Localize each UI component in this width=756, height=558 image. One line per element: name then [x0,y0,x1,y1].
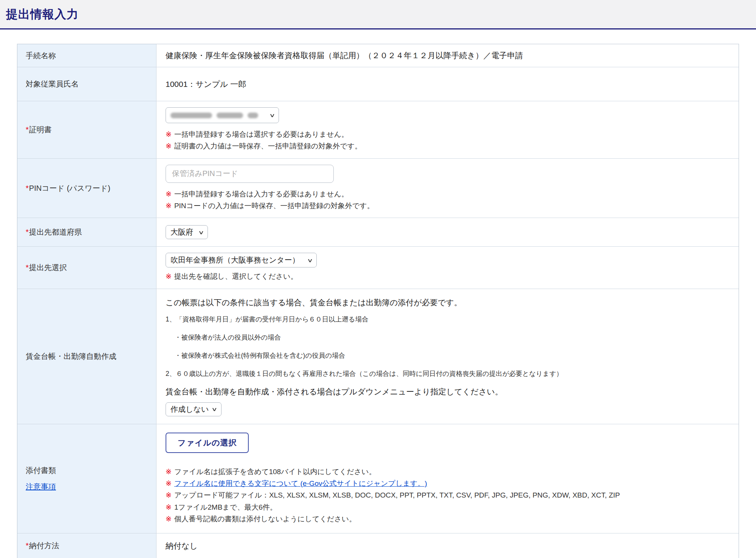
attachments-label-cell: 添付書類 注意事項 [17,424,156,533]
row-attachments: 添付書類 注意事項 ファイルの選択 ※ ファイル名は拡張子を含めて108バイト以… [17,424,739,533]
attachments-label: 添付書類 [26,465,56,476]
note-marker-icon: ※ [166,140,172,152]
office-select-value-cell: 吹田年金事務所（大阪事務センター） ∨ ※ 提出先を確認し、選択してください。 [156,247,739,288]
chevron-down-icon: ∨ [211,406,217,412]
note-line: ※ ファイル名に使用できる文字について (e-Gov公式サイトにジャンプします。… [166,478,620,489]
pin-code-value-cell: ※ 一括申請登録する場合は入力する必要はありません。 ※ PINコードの入力値は… [156,159,739,218]
submission-form-table: 手続名称 健康保険・厚生年金保険被保険者資格取得届（単記用）（２０２４年１２月以… [17,44,739,558]
employee-name-value: 10001：サンプル 一郎 [166,79,246,90]
attachments-value-cell: ファイルの選択 ※ ファイル名は拡張子を含めて108バイト以内にしてください。 … [156,424,739,533]
pin-code-label: * PINコード (パスワード) [17,159,156,218]
required-asterisk: * [26,228,29,236]
payment-method-value: 納付なし [166,541,198,551]
procedure-name-label: 手続名称 [17,44,156,67]
row-prefecture: * 提出先都道府県 大阪府 ∨ [17,218,739,246]
office-select-notes: ※ 提出先を確認し、選択してください。 [166,270,297,282]
wage-ledger-label: 賃金台帳・出勤簿自動作成 [17,289,156,424]
note-line: ※ 証明書の入力値は一時保存、一括申請登録の対象外です。 [166,140,362,152]
note-line: ※ アップロード可能ファイル：XLS, XLSX, XLSM, XLSB, DO… [166,489,620,501]
employee-name-value-cell: 10001：サンプル 一郎 [156,67,739,101]
wage-ledger-subcondition: ・被保険者が株式会社(特例有限会社を含む)の役員の場合 [175,351,345,360]
certificate-value-cell: ∨ ※ 一括申請登録する場合は選択する必要はありません。 ※ 証明書の入力値は一… [156,101,739,158]
note-marker-icon: ※ [166,128,172,140]
note-marker-icon: ※ [166,270,172,282]
note-line: ※ ファイル名は拡張子を含めて108バイト以内にしてください。 [166,466,620,478]
payment-method-label: * 納付方法 [17,533,156,558]
row-payment-method: * 納付方法 納付なし [17,533,739,558]
required-asterisk: * [26,125,29,134]
note-line: ※ 一括申請登録する場合は選択する必要はありません。 [166,128,362,140]
prefecture-selected-value: 大阪府 [170,227,193,237]
office-selected-value: 吹田年金事務所（大阪事務センター） [170,255,299,265]
wage-ledger-selected-value: 作成しない [170,404,209,414]
procedure-name-value-cell: 健康保険・厚生年金保険被保険者資格取得届（単記用）（２０２４年１２月以降手続き）… [156,44,739,67]
employee-name-label: 対象従業員氏名 [17,67,156,101]
office-select[interactable]: 吹田年金事務所（大阪事務センター） ∨ [166,253,317,267]
note-line: ※ 提出先を確認し、選択してください。 [166,270,297,282]
page-header: 提出情報入力 [0,0,756,29]
pin-code-notes: ※ 一括申請登録する場合は入力する必要はありません。 ※ PINコードの入力値は… [166,188,374,212]
prefecture-select[interactable]: 大阪府 ∨ [166,225,208,239]
note-line: ※ 1ファイル2MBまで、最大6件。 [166,501,620,513]
note-marker-icon: ※ [166,466,172,478]
certificate-notes: ※ 一括申請登録する場合は選択する必要はありません。 ※ 証明書の入力値は一時保… [166,128,362,152]
row-employee-name: 対象従業員氏名 10001：サンプル 一郎 [17,67,739,101]
note-marker-icon: ※ [166,188,172,200]
required-asterisk: * [26,263,29,272]
row-pin-code: * PINコード (パスワード) ※ 一括申請登録する場合は入力する必要はありま… [17,158,739,218]
wage-ledger-select[interactable]: 作成しない ∨ [166,402,222,416]
pin-code-input[interactable] [166,165,334,183]
note-marker-icon: ※ [166,501,172,513]
attention-items-link[interactable]: 注意事項 [26,482,56,492]
wage-ledger-value-cell: この帳票は以下の条件に該当する場合、賃金台帳または出勤簿の添付が必要です。 1、… [156,289,739,424]
office-select-label: * 提出先選択 [17,247,156,288]
payment-method-value-cell: 納付なし [156,533,739,558]
wage-ledger-subcondition: ・被保険者が法人の役員以外の場合 [175,333,281,342]
wage-ledger-condition-1: 1、「資格取得年月日」が届書の受付年月日から６０日以上遡る場合 [166,315,369,324]
chevron-down-icon: ∨ [307,257,313,263]
note-marker-icon: ※ [166,478,172,489]
wage-ledger-instruction: 賃金台帳・出勤簿を自動作成・添付される場合はプルダウンメニューより指定してくださ… [166,386,503,397]
note-line: ※ 個人番号記載の書類は添付しないようにしてください。 [166,513,620,525]
chevron-down-icon: ∨ [198,229,204,235]
note-marker-icon: ※ [166,200,172,212]
row-procedure-name: 手続名称 健康保険・厚生年金保険被保険者資格取得届（単記用）（２０２４年１２月以… [17,44,739,67]
procedure-name-value: 健康保険・厚生年金保険被保険者資格取得届（単記用）（２０２４年１２月以降手続き）… [166,50,523,61]
note-marker-icon: ※ [166,489,172,501]
row-office-select: * 提出先選択 吹田年金事務所（大阪事務センター） ∨ ※ 提出先を確認し、選択… [17,246,739,288]
redacted-certificate-value [170,113,258,118]
prefecture-label: * 提出先都道府県 [17,218,156,246]
note-marker-icon: ※ [166,513,172,525]
filename-characters-link[interactable]: ファイル名に使用できる文字について (e-Gov公式サイトにジャンプします。) [174,478,427,489]
row-wage-ledger: 賃金台帳・出勤簿自動作成 この帳票は以下の条件に該当する場合、賃金台帳または出勤… [17,289,739,424]
wage-ledger-condition-2: 2、６０歳以上の方が、退職後１日の間もなく再雇用された場合（この場合は、同時に同… [166,369,563,378]
attachments-notes: ※ ファイル名は拡張子を含めて108バイト以内にしてください。 ※ ファイル名に… [166,466,620,525]
chevron-down-icon: ∨ [269,112,275,118]
certificate-label: * 証明書 [17,101,156,158]
prefecture-value-cell: 大阪府 ∨ [156,218,739,246]
note-line: ※ PINコードの入力値は一時保存、一括申請登録の対象外です。 [166,200,374,212]
note-line: ※ 一括申請登録する場合は入力する必要はありません。 [166,188,374,200]
required-asterisk: * [26,184,29,193]
certificate-select[interactable]: ∨ [166,107,279,123]
page-title: 提出情報入力 [6,6,79,22]
file-select-button[interactable]: ファイルの選択 [166,433,249,453]
required-asterisk: * [26,541,29,550]
wage-ledger-intro: この帳票は以下の条件に該当する場合、賃金台帳または出勤簿の添付が必要です。 [166,297,462,308]
row-certificate: * 証明書 ∨ ※ 一括申請登録する場合は選択する必要はありません。 ※ [17,101,739,158]
